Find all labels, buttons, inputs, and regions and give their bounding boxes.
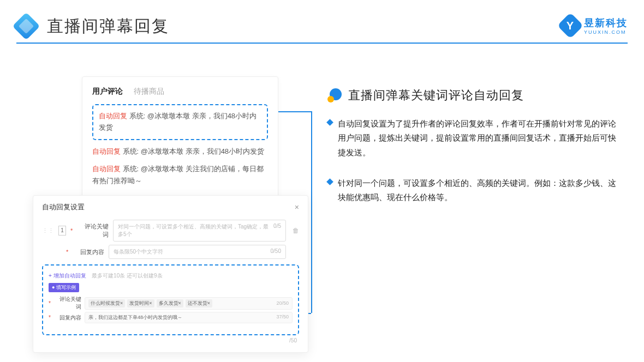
connector-line	[278, 111, 311, 112]
tag: 什么时候发货×	[88, 299, 125, 307]
eg-content-label: 回复内容	[56, 314, 81, 322]
highlighted-comment: 自动回复 系统: @冰墩墩本墩 亲亲，我们48小时内发货	[92, 104, 268, 140]
example-badge: ● 填写示例	[49, 283, 79, 292]
add-reply-note: 最多可建10条 还可以创建9条	[92, 273, 162, 279]
connector-line	[311, 111, 312, 313]
bullet-point: 针对同一个问题，可设置多个相近的、高频的关键词。例如：这款多少钱、这块能优惠吗、…	[327, 176, 617, 205]
modal-title: 自动回复设置	[42, 202, 85, 212]
auto-reply-badge: 自动回复	[99, 112, 127, 120]
page-title: 直播间弹幕回复	[47, 15, 169, 38]
description-area: 直播间弹幕关键词评论自动回复 自动回复设置为了提升作者的评论回复效率，作者可在开…	[327, 87, 617, 221]
eg-content-value[interactable]: 亲，我们这边都是下单48小时内发货的哦～37/50	[85, 312, 293, 323]
point-text: 自动回复设置为了提升作者的评论回复效率，作者可在开播前针对常见的评论用户问题，提…	[338, 117, 617, 160]
extra-counter: /50	[42, 337, 299, 343]
eg-keyword-label: 评论关键词	[56, 295, 81, 311]
bullet-point: 自动回复设置为了提升作者的评论回复效率，作者可在开播前针对常见的评论用户问题，提…	[327, 117, 617, 160]
drag-handle-icon[interactable]: ⋮⋮	[42, 227, 54, 234]
comments-panel: 用户评论 待播商品 自动回复 系统: @冰墩墩本墩 亲亲，我们48小时内发货 自…	[82, 76, 278, 201]
row-number: 1	[58, 226, 66, 236]
keyword-input[interactable]: 对同一个问题，可设置多个相近、高频的关键词，Tag确定，最多5个0/5	[113, 220, 286, 242]
example-section: + 增加自动回复 最多可建10条 还可以创建9条 ● 填写示例 * 评论关键词 …	[42, 264, 299, 335]
keyword-label: 评论关键词	[79, 222, 109, 239]
diamond-icon	[326, 119, 333, 126]
tab-pending-products[interactable]: 待播商品	[134, 87, 164, 96]
brand-logo-icon: Y	[557, 13, 583, 39]
settings-modal: 自动回复设置 × ⋮⋮ 1 * 评论关键词 对同一个问题，可设置多个相近、高频的…	[33, 195, 308, 353]
eg-keyword-tags[interactable]: 什么时候发货× 发货时间× 多久发货× 还不发货× 20/50	[85, 297, 293, 310]
tag: 还不发货×	[186, 299, 212, 307]
point-text: 针对同一个问题，可设置多个相近的、高频的关键词。例如：这款多少钱、这块能优惠吗、…	[338, 176, 617, 205]
delete-icon[interactable]: 🗑	[293, 227, 299, 234]
header-cube-icon	[13, 13, 40, 40]
diamond-icon	[326, 178, 333, 185]
add-reply-link[interactable]: + 增加自动回复	[49, 273, 86, 279]
brand-block: Y 昱新科技 YUUXIN.COM	[561, 16, 628, 35]
content-input[interactable]: 每条限50个中文字符0/50	[109, 245, 286, 259]
brand-name: 昱新科技	[584, 16, 628, 29]
tab-user-comments[interactable]: 用户评论	[92, 87, 123, 96]
brand-url: YUUXIN.COM	[584, 29, 628, 35]
close-icon[interactable]: ×	[295, 203, 299, 212]
tag: 多久发货×	[157, 299, 183, 307]
section-title: 直播间弹幕关键词评论自动回复	[348, 87, 524, 104]
content-label: 回复内容	[75, 248, 104, 256]
page-header: 直播间弹幕回复 Y 昱新科技 YUUXIN.COM	[16, 16, 628, 44]
comment-line: 自动回复 系统: @冰墩墩本墩 关注我们的店铺，每日都有热门推荐呦～	[92, 163, 268, 187]
section-bullet-icon	[327, 88, 342, 102]
tag: 发货时间×	[127, 299, 154, 307]
comment-line: 自动回复 系统: @冰墩墩本墩 亲亲，我们48小时内发货	[92, 146, 268, 158]
